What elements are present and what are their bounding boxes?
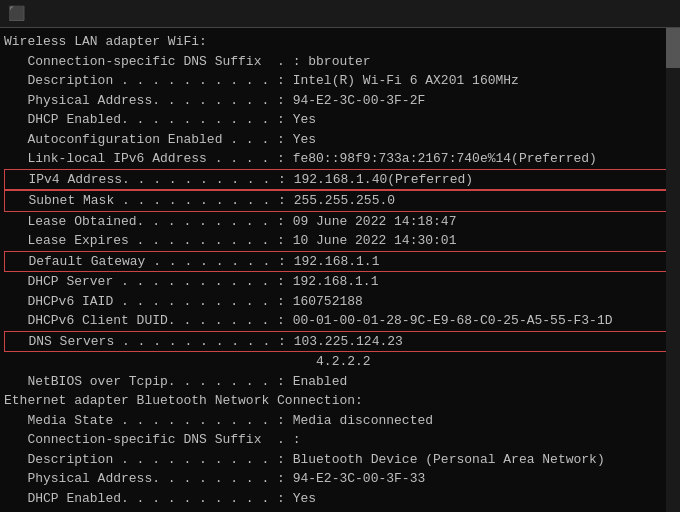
terminal-line: Connection-specific DNS Suffix . : bbrou…	[4, 52, 672, 72]
terminal-line: Ethernet adapter Bluetooth Network Conne…	[4, 391, 672, 411]
terminal-line: Connection-specific DNS Suffix . :	[4, 430, 672, 450]
terminal-line: Physical Address. . . . . . . . : 94-E2-…	[4, 91, 672, 111]
maximize-button[interactable]	[590, 3, 630, 25]
terminal-line: IPv4 Address. . . . . . . . . . : 192.16…	[4, 169, 672, 191]
cmd-icon: ⬛	[8, 5, 25, 22]
terminal-line: Link-local IPv6 Address . . . . : fe80::…	[4, 149, 672, 169]
terminal-line: DHCP Server . . . . . . . . . . : 192.16…	[4, 272, 672, 292]
terminal-line: Autoconfiguration Enabled . . . : Yes	[4, 508, 672, 512]
terminal-line: DHCP Enabled. . . . . . . . . . : Yes	[4, 110, 672, 130]
terminal-line: Lease Obtained. . . . . . . . . : 09 Jun…	[4, 212, 672, 232]
terminal-line: Description . . . . . . . . . . : Intel(…	[4, 71, 672, 91]
terminal-line: NetBIOS over Tcpip. . . . . . . : Enable…	[4, 372, 672, 392]
terminal-line: Autoconfiguration Enabled . . . : Yes	[4, 130, 672, 150]
terminal-line: DNS Servers . . . . . . . . . . : 103.22…	[4, 331, 672, 353]
minimize-button[interactable]	[548, 3, 588, 25]
titlebar: ⬛	[0, 0, 680, 28]
titlebar-left: ⬛	[8, 5, 31, 22]
scrollbar-thumb[interactable]	[666, 28, 680, 68]
terminal-line: Default Gateway . . . . . . . . : 192.16…	[4, 251, 672, 273]
titlebar-controls	[548, 3, 672, 25]
terminal-line: DHCP Enabled. . . . . . . . . . : Yes	[4, 489, 672, 509]
terminal-line: 4.2.2.2	[4, 352, 672, 372]
terminal-line: Wireless LAN adapter WiFi:	[4, 32, 672, 52]
terminal-line: DHCPv6 Client DUID. . . . . . . : 00-01-…	[4, 311, 672, 331]
scrollbar[interactable]	[666, 28, 680, 512]
close-button[interactable]	[632, 3, 672, 25]
terminal-line: DHCPv6 IAID . . . . . . . . . . : 160752…	[4, 292, 672, 312]
terminal-line: Media State . . . . . . . . . . : Media …	[4, 411, 672, 431]
terminal-line: Subnet Mask . . . . . . . . . . : 255.25…	[4, 190, 672, 212]
terminal-content: Wireless LAN adapter WiFi: Connection-sp…	[4, 32, 672, 512]
terminal-line: Lease Expires . . . . . . . . . : 10 Jun…	[4, 231, 672, 251]
terminal-line: Physical Address. . . . . . . . : 94-E2-…	[4, 469, 672, 489]
terminal-window: Wireless LAN adapter WiFi: Connection-sp…	[0, 28, 680, 512]
terminal-line: Description . . . . . . . . . . : Blueto…	[4, 450, 672, 470]
